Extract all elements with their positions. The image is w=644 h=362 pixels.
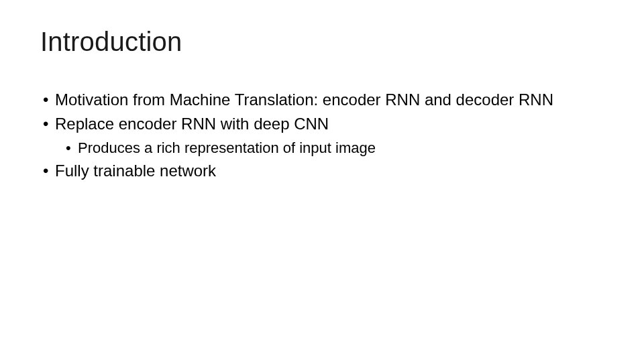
bullet-list: Motivation from Machine Translation: enc… bbox=[40, 89, 604, 182]
bullet-item: Replace encoder RNN with deep CNN bbox=[40, 113, 604, 135]
slide-title: Introduction bbox=[40, 27, 604, 57]
slide-container: Introduction Motivation from Machine Tra… bbox=[0, 0, 644, 362]
bullet-subitem: Produces a rich representation of input … bbox=[40, 138, 604, 158]
bullet-item: Motivation from Machine Translation: enc… bbox=[40, 89, 604, 111]
bullet-item: Fully trainable network bbox=[40, 160, 604, 182]
